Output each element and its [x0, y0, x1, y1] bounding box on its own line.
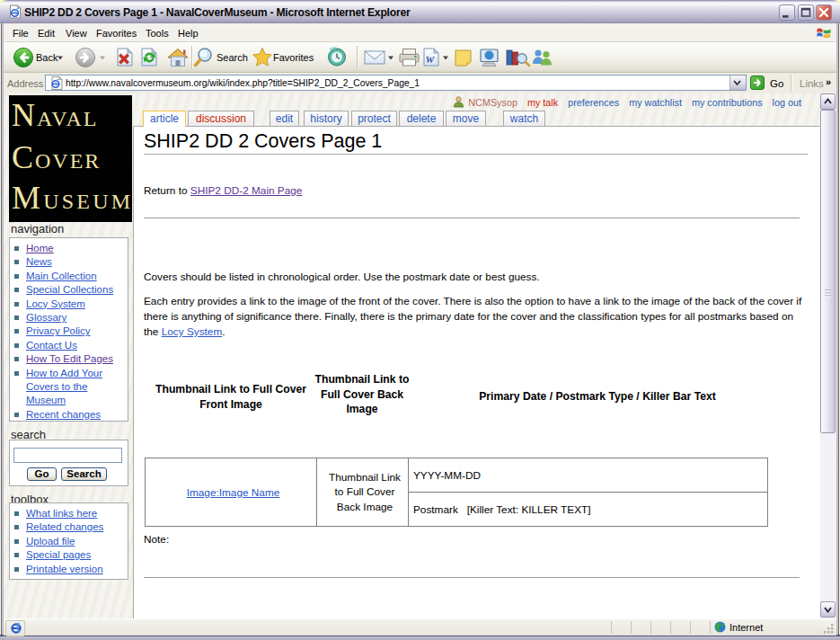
svg-text:Back: Back	[36, 52, 58, 63]
svg-text:Search: Search	[217, 52, 248, 63]
svg-text:Favorites: Favorites	[273, 52, 314, 63]
svg-text:W: W	[426, 54, 436, 65]
